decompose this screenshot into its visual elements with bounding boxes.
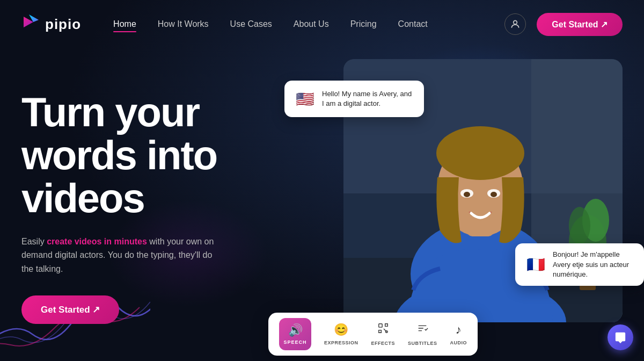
nav-pricing[interactable]: Pricing	[350, 19, 377, 29]
subtitles-label: SUBTITLES	[408, 341, 437, 346]
user-icon	[510, 19, 521, 30]
bubble-fr-text: Bonjour! Je m'appelle Avery etje suis un…	[553, 250, 635, 279]
hero-content: Turn your words into videos Easily creat…	[21, 85, 301, 323]
speech-control[interactable]: 🔊 SPEECH	[279, 318, 311, 350]
hero-get-started-button[interactable]: Get Started ↗	[21, 295, 119, 324]
bubble-en-text: Hello! My name is Avery, and I am a digi…	[322, 89, 415, 109]
subtitles-icon	[416, 322, 428, 337]
chat-button[interactable]	[608, 324, 633, 350]
svg-point-14	[464, 192, 470, 197]
svg-point-11	[436, 126, 524, 180]
audio-label: AUDIO	[450, 340, 467, 345]
effects-label: EFFECTS	[371, 341, 396, 346]
flag-us: 🇺🇸	[293, 87, 317, 111]
user-account-button[interactable]	[504, 13, 526, 35]
nav-contact[interactable]: Contact	[398, 19, 428, 29]
svg-rect-20	[379, 324, 382, 327]
nav-get-started-button[interactable]: Get Started ↗	[537, 13, 623, 36]
nav-home[interactable]: Home	[113, 19, 136, 29]
effects-icon	[377, 322, 389, 337]
hero-highlight: create videos in minutes	[47, 237, 147, 246]
hero-headline: Turn your words into videos	[21, 91, 301, 219]
hero-subtext: Easily create videos in minutes with you…	[21, 235, 225, 276]
logo[interactable]: pipio	[21, 15, 81, 34]
svg-point-15	[491, 192, 497, 197]
svg-point-19	[569, 207, 590, 244]
effects-control[interactable]: EFFECTS	[371, 322, 396, 346]
logo-icon	[21, 15, 41, 34]
nav-how-it-works[interactable]: How It Works	[158, 19, 209, 29]
hero-video-area: 🇺🇸 Hello! My name is Avery, and I am a d…	[301, 48, 623, 361]
speech-bubble-french: 🇫🇷 Bonjour! Je m'appelle Avery etje suis…	[515, 243, 644, 286]
nav-about-us[interactable]: About Us	[294, 19, 329, 29]
expression-label: EXPRESSION	[324, 340, 358, 345]
logo-text: pipio	[45, 16, 81, 33]
speech-bubble-english: 🇺🇸 Hello! My name is Avery, and I am a d…	[284, 81, 424, 117]
expression-icon: 😊	[334, 323, 348, 337]
audio-icon: ♪	[456, 323, 462, 337]
expression-control[interactable]: 😊 EXPRESSION	[324, 323, 358, 345]
speech-label: SPEECH	[283, 340, 306, 345]
subtitles-control[interactable]: SUBTITLES	[408, 322, 437, 346]
hero-section: Turn your words into videos Easily creat…	[0, 48, 644, 361]
video-controls-bar: 🔊 SPEECH 😊 EXPRESSION EFFECTS	[268, 313, 478, 356]
speech-icon: 🔊	[288, 323, 303, 337]
subtext-before: Easily	[21, 237, 47, 246]
flag-fr: 🇫🇷	[524, 253, 547, 277]
nav-actions: Get Started ↗	[504, 13, 623, 36]
svg-point-2	[514, 20, 517, 24]
navbar: pipio Home How It Works Use Cases About …	[0, 0, 644, 48]
audio-control[interactable]: ♪ AUDIO	[450, 323, 467, 345]
chat-icon	[614, 331, 626, 343]
nav-links: Home How It Works Use Cases About Us Pri…	[113, 19, 504, 29]
nav-use-cases[interactable]: Use Cases	[230, 19, 272, 29]
